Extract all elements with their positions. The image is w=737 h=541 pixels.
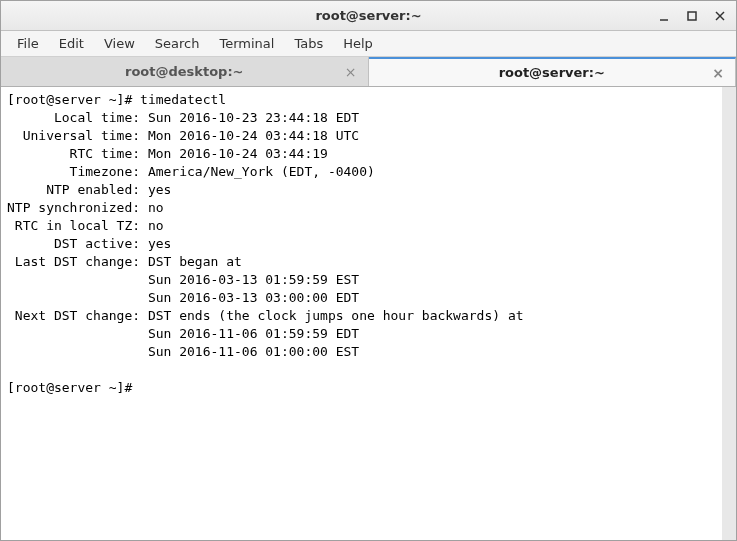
menubar: File Edit View Search Terminal Tabs Help	[1, 31, 736, 57]
tabbar: root@desktop:~ × root@server:~ ×	[1, 57, 736, 87]
maximize-button[interactable]	[684, 8, 700, 24]
menu-file[interactable]: File	[7, 33, 49, 54]
tab-server[interactable]: root@server:~ ×	[369, 57, 737, 86]
close-button[interactable]	[712, 8, 728, 24]
tab-desktop[interactable]: root@desktop:~ ×	[1, 57, 369, 86]
window-controls	[656, 1, 728, 30]
menu-search[interactable]: Search	[145, 33, 210, 54]
menu-edit[interactable]: Edit	[49, 33, 94, 54]
titlebar: root@server:~	[1, 1, 736, 31]
minimize-button[interactable]	[656, 8, 672, 24]
svg-rect-1	[688, 12, 696, 20]
window-title: root@server:~	[315, 8, 421, 23]
terminal-window: root@server:~ File Edit View Search Term…	[0, 0, 737, 541]
tab-close-icon[interactable]: ×	[344, 65, 358, 79]
terminal-output[interactable]: [root@server ~]# timedatectl Local time:…	[1, 87, 736, 540]
menu-help[interactable]: Help	[333, 33, 383, 54]
tab-label: root@server:~	[499, 65, 605, 80]
menu-view[interactable]: View	[94, 33, 145, 54]
tab-close-icon[interactable]: ×	[711, 66, 725, 80]
tab-label: root@desktop:~	[125, 64, 244, 79]
maximize-icon	[686, 10, 698, 22]
menu-terminal[interactable]: Terminal	[209, 33, 284, 54]
close-icon	[714, 10, 726, 22]
menu-tabs[interactable]: Tabs	[284, 33, 333, 54]
minimize-icon	[658, 10, 670, 22]
